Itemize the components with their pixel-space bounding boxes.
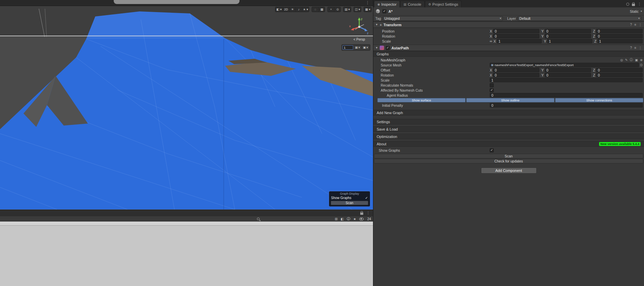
graph-scale-field[interactable]: 1 (490, 78, 643, 82)
static-label[interactable]: Static (630, 9, 639, 13)
scene-view[interactable]: ◧ ▾ 2D ☀ ♪ ∗ ▾ ◌ ▦ + ⊙ ▤ ▾ ◫ (0, 6, 373, 210)
tool-b-icon[interactable]: ⊙ (334, 7, 340, 12)
scale-link-icon[interactable]: ∞ (490, 39, 492, 43)
grid-snap-dropdown[interactable]: ▦ ▾ (354, 45, 361, 50)
section-graphs[interactable]: Graphs (373, 51, 644, 57)
visibility-eye-icon[interactable] (359, 218, 364, 221)
show-connections-button[interactable]: Show connections (555, 98, 643, 102)
overlay-show-graphs-checkbox[interactable]: ✓ (365, 196, 368, 200)
gizmos-dropdown[interactable]: ▦ ▾ (364, 7, 371, 12)
settings-tab-icon: ⚙ (428, 3, 431, 6)
lock-icon[interactable] (360, 212, 363, 215)
position-label: Position (373, 29, 490, 33)
snap-settings-dropdown[interactable]: ▣ ▾ (362, 45, 369, 50)
initial-penalty-field[interactable]: 0 (490, 103, 643, 107)
layer-dropdown[interactable]: Default ▾ (518, 16, 641, 21)
scale-x-field[interactable]: 1 (497, 39, 542, 43)
favorites-icon[interactable]: ★ (353, 217, 356, 221)
foldout-icon[interactable]: ▼ (375, 46, 378, 49)
preset-icon[interactable]: ≡ (634, 23, 636, 27)
section-settings[interactable]: Settings (373, 119, 644, 125)
affected-by-navmesh-cuts-checkbox[interactable]: ✓ (490, 88, 494, 92)
static-dropdown-caret-icon[interactable]: ▾ (641, 10, 642, 13)
graph-rotation-z-field[interactable]: 0 (596, 73, 643, 77)
rotation-z-field[interactable]: 0 (596, 34, 643, 38)
position-x-field[interactable]: 0 (493, 29, 539, 33)
orientation-gizmo[interactable]: y x z (348, 15, 370, 37)
offset-y-field[interactable]: 0 (545, 68, 591, 72)
grid-size-input[interactable]: 1 (342, 45, 353, 50)
graph-info-icon[interactable]: ⓘ (630, 58, 633, 62)
section-save-load[interactable]: Save & Load (373, 126, 644, 132)
tab-project-settings[interactable]: ⚙ Project Settings (425, 1, 462, 7)
show-outline-button[interactable]: Show outline (466, 98, 554, 102)
help-icon[interactable]: ? (630, 46, 632, 50)
foldout-icon[interactable]: ▼ (375, 23, 378, 26)
rotation-y-field[interactable]: 0 (545, 34, 591, 38)
audio-toggle-icon[interactable]: ♪ (296, 7, 302, 12)
object-picker-icon[interactable]: ⊙ (640, 63, 643, 67)
version-badge[interactable]: New version available 5.4.4 (599, 142, 641, 146)
scale-z-field[interactable]: 1 (597, 39, 643, 43)
source-mesh-field[interactable]: ▦ navmeshFenceTest5Export_navmeshFenceTe… (490, 63, 639, 67)
kebab-icon[interactable]: ⋮ (639, 23, 642, 27)
section-optimization[interactable]: Optimization (373, 134, 644, 139)
graph-delete-icon[interactable]: ⊗ (640, 58, 643, 62)
transform-header[interactable]: ▼ + Transform ? ≡ ⋮ (373, 21, 644, 28)
rotation-label: Rotation (373, 34, 490, 38)
lighting-toggle-icon[interactable]: ☀ (289, 7, 296, 12)
offset-x-field[interactable]: 0 (493, 68, 539, 72)
topbar-kebab-icon[interactable]: ⋮ (366, 0, 370, 5)
tab-console[interactable]: ▤ Console (400, 1, 425, 7)
check-for-updates-button[interactable]: Check for updates (374, 159, 643, 163)
tag-dropdown[interactable]: Untagged ▾ (383, 16, 503, 21)
graph-rotation-x-field[interactable]: 0 (493, 73, 539, 77)
recalculate-normals-checkbox[interactable] (490, 83, 494, 87)
bottom-panel-kebab-icon[interactable]: ⋮ (366, 211, 370, 215)
camera-settings-dropdown[interactable]: ▤ ▾ (343, 7, 351, 12)
grid-view-icon[interactable]: ⊞ (335, 217, 337, 221)
inspector-kebab-icon[interactable]: ⋮ (638, 2, 641, 6)
preset-icon[interactable]: ≡ (634, 46, 636, 50)
position-z-field[interactable]: 0 (596, 29, 643, 33)
perspective-label[interactable]: < Persp (345, 38, 373, 41)
graph-visibility-icon[interactable]: ◎ (620, 58, 623, 62)
help-icon[interactable]: ? (630, 23, 632, 27)
show-surface-button[interactable]: Show surface (377, 98, 466, 102)
graph-rotation-y-field[interactable]: 0 (545, 73, 591, 77)
graph-edit-icon[interactable]: ✎ (625, 58, 628, 62)
gameobject-active-checkbox[interactable]: ✓ (382, 9, 386, 13)
effects-dropdown[interactable]: ∗ ▾ (302, 7, 309, 12)
view-2d-toggle[interactable]: 2D (283, 7, 289, 12)
agent-radius-field[interactable]: 0 (490, 93, 643, 97)
kebab-icon[interactable]: ⋮ (639, 46, 642, 50)
grid-visibility-icon[interactable]: ▦ (318, 7, 325, 12)
package-icon[interactable]: ◧ (340, 217, 343, 221)
scene-visibility-icon[interactable]: ◌ (312, 7, 318, 12)
graph-duplicate-icon[interactable]: ▣ (635, 58, 638, 62)
scan-button[interactable]: Scan (374, 154, 643, 158)
section-add-new-graph[interactable]: Add New Graph (373, 110, 644, 115)
offset-z-field[interactable]: 0 (596, 68, 643, 72)
astarpath-enabled-checkbox[interactable]: ✓ (386, 46, 390, 50)
info-icon[interactable]: ⓘ (347, 217, 350, 221)
overlay-dropdown[interactable]: ◫ ▾ (354, 7, 361, 12)
overlay-scan-button[interactable]: Scan (331, 201, 368, 205)
status-circle-icon[interactable] (626, 3, 629, 6)
scale-y-field[interactable]: 1 (547, 39, 592, 43)
navmeshgraph-row[interactable]: NavMeshGraph ◎ ✎ ⓘ ▣ ⊗ (373, 57, 644, 62)
search-input[interactable] (261, 217, 335, 221)
gameobject-name[interactable]: A* (388, 9, 392, 13)
add-component-button[interactable]: Add Component (481, 168, 537, 174)
position-y-field[interactable]: 0 (545, 29, 591, 33)
tool-a-icon[interactable]: + (328, 7, 334, 12)
show-graphs-checkbox[interactable]: ✓ (490, 148, 494, 152)
rotation-x-field[interactable]: 0 (493, 34, 539, 38)
scene-canvas[interactable] (0, 6, 373, 210)
astarpath-header[interactable]: ▼ ✓ AstarPath ? ≡ ⋮ (373, 45, 644, 51)
inspector-lock-icon[interactable] (632, 4, 635, 6)
gizmo-z-label: z (367, 32, 369, 35)
tab-inspector[interactable]: ◉ Inspector (374, 1, 400, 7)
section-about[interactable]: About New version available 5.4.4 (373, 141, 644, 147)
shading-mode-dropdown[interactable]: ◧ ▾ (275, 7, 283, 12)
